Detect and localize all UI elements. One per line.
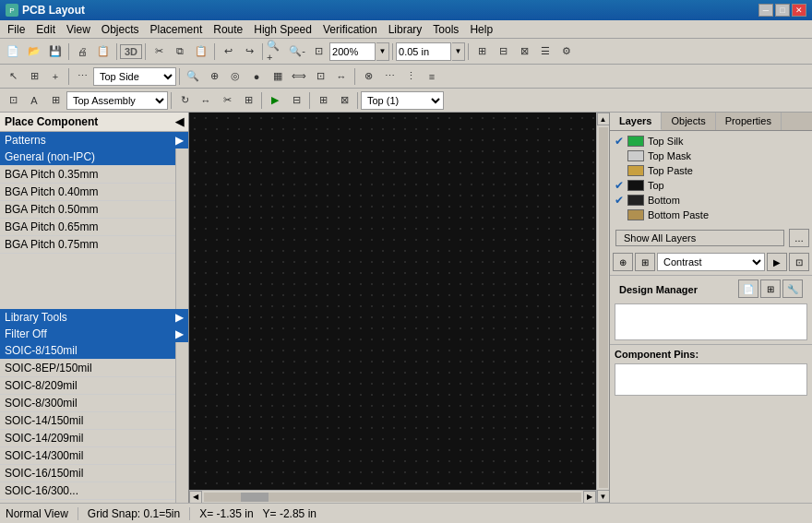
close-button[interactable]: ✕ xyxy=(792,4,806,17)
crosshair-tool[interactable]: + xyxy=(45,66,66,87)
zoom-out-button[interactable]: 🔍- xyxy=(287,42,307,62)
comp-soic8ep-150[interactable]: SOIC-8EP/150mil xyxy=(0,360,175,377)
menu-library[interactable]: Library xyxy=(383,21,428,38)
menu-objects[interactable]: Objects xyxy=(96,21,145,38)
layer-bottom-paste[interactable]: ✔ Bottom Paste xyxy=(613,208,809,222)
list-item-bga050[interactable]: BGA Pitch 0.50mm xyxy=(0,201,175,219)
fab-tool[interactable]: ⊞ xyxy=(45,90,66,111)
zoom-in-button[interactable]: 🔍+ xyxy=(266,42,286,62)
comp-soic14-300[interactable]: SOIC-14/300mil xyxy=(0,447,175,465)
place-tool[interactable]: ⊡ xyxy=(3,90,23,111)
tool-c[interactable]: ◎ xyxy=(225,66,245,87)
dm-icon3[interactable]: 🔧 xyxy=(782,279,803,298)
save-button[interactable]: 💾 xyxy=(45,42,66,62)
comp-soic8-209[interactable]: SOIC-8/209mil xyxy=(0,377,175,395)
tool-d[interactable]: ● xyxy=(246,66,267,87)
menu-file[interactable]: File xyxy=(2,21,30,38)
minimize-button[interactable]: ─ xyxy=(758,4,773,17)
text-tool[interactable]: A xyxy=(24,90,44,111)
layers-icon3[interactable]: ▶ xyxy=(767,253,787,271)
netlist-btn[interactable]: ⊞ xyxy=(313,90,333,111)
menu-edit[interactable]: Edit xyxy=(30,21,61,38)
run-btn[interactable]: ▶ xyxy=(265,90,285,111)
icon2[interactable]: ⊟ xyxy=(493,42,513,62)
layer-select[interactable]: Top Side xyxy=(93,67,176,86)
list-item-bga065[interactable]: BGA Pitch 0.65mm xyxy=(0,219,175,236)
comp-soic16-300[interactable]: SOIC-16/300... xyxy=(0,482,175,500)
menu-view[interactable]: View xyxy=(61,21,96,38)
top-select[interactable]: Top (1) xyxy=(361,91,444,110)
select-tool[interactable]: ↖ xyxy=(3,66,23,87)
icon3[interactable]: ⊠ xyxy=(514,42,534,62)
patterns-section[interactable]: Patterns ▶ xyxy=(0,132,188,149)
tab-objects[interactable]: Objects xyxy=(662,113,715,130)
tool-g[interactable]: ⊡ xyxy=(310,66,330,87)
cut-button[interactable]: ✂ xyxy=(149,42,169,62)
pcb-canvas[interactable] xyxy=(189,113,596,490)
3d-button[interactable]: 3D xyxy=(120,44,142,59)
tool-a[interactable]: 🔍 xyxy=(183,66,203,87)
redo-button[interactable]: ↪ xyxy=(239,42,259,62)
filter-section[interactable]: Filter Off ▶ xyxy=(0,326,188,342)
tab-properties[interactable]: Properties xyxy=(716,113,782,130)
new-button[interactable]: 📄 xyxy=(3,42,23,62)
align-tool[interactable]: ⊞ xyxy=(238,90,258,111)
library-tools-section[interactable]: Library Tools ▶ xyxy=(0,309,188,326)
layer-top[interactable]: ✔ Top xyxy=(613,178,809,193)
layer-top-silk[interactable]: ✔ Top Silk xyxy=(613,134,809,149)
menu-help[interactable]: Help xyxy=(464,21,498,38)
v-scroll-track[interactable] xyxy=(599,127,608,488)
tab-layers[interactable]: Layers xyxy=(610,113,662,130)
tool-i[interactable]: ⊗ xyxy=(358,66,378,87)
assembly-select[interactable]: Top Assembly xyxy=(66,91,168,110)
scroll-down-button[interactable]: ▼ xyxy=(597,490,610,503)
undo-button[interactable]: ↩ xyxy=(218,42,238,62)
dm-icon2[interactable]: ⊞ xyxy=(760,279,781,298)
list-item-general[interactable]: General (non-IPC) xyxy=(0,149,175,166)
list-item-bga035[interactable]: BGA Pitch 0.35mm xyxy=(0,166,175,184)
route-tool[interactable]: ⋯ xyxy=(72,66,92,87)
show-all-layers-button[interactable]: Show All Layers xyxy=(615,230,784,246)
icon1[interactable]: ⊞ xyxy=(472,42,492,62)
list-item-bga040[interactable]: BGA Pitch 0.40mm xyxy=(0,184,175,201)
component-tool[interactable]: ⊞ xyxy=(24,66,44,87)
scroll-right-button[interactable]: ▶ xyxy=(583,491,596,504)
layer-bottom[interactable]: ✔ Bottom xyxy=(613,193,809,208)
paste-button[interactable]: 📋 xyxy=(191,42,211,62)
scroll-left-button[interactable]: ◀ xyxy=(189,491,202,504)
dm-icon1[interactable]: 📄 xyxy=(738,279,758,298)
comp-soic16-150[interactable]: SOIC-16/150mil xyxy=(0,465,175,482)
h-scroll-thumb[interactable] xyxy=(241,493,269,502)
contrast-select[interactable]: Contrast xyxy=(657,253,765,271)
pdf-button[interactable]: 📋 xyxy=(93,42,113,62)
menu-placement[interactable]: Placement xyxy=(145,21,209,38)
comp-soic14-209[interactable]: SOIC-14/209mil xyxy=(0,430,175,447)
settings-button[interactable]: ⚙ xyxy=(556,42,577,62)
mirror-tool[interactable]: ↔ xyxy=(196,90,216,111)
tool-k[interactable]: ⋮ xyxy=(400,66,421,87)
menu-verification[interactable]: Verification xyxy=(317,21,383,38)
layers-icon4[interactable]: ⊡ xyxy=(789,253,809,271)
unit-dropdown-arrow[interactable]: ▼ xyxy=(452,42,465,61)
patterns-scrollbar[interactable] xyxy=(175,149,188,309)
zoom-dropdown-arrow[interactable]: ▼ xyxy=(376,42,389,61)
layers-icon1[interactable]: ⊕ xyxy=(613,253,633,271)
tool-f[interactable]: ⟺ xyxy=(289,66,309,87)
comp-soic8-150[interactable]: SOIC-8/150mil xyxy=(0,342,175,360)
print-button[interactable]: 🖨 xyxy=(72,42,92,62)
zoom-fit-button[interactable]: ⊡ xyxy=(308,42,328,62)
menu-highspeed[interactable]: High Speed xyxy=(248,21,317,38)
tool-b[interactable]: ⊕ xyxy=(204,66,224,87)
tool-h[interactable]: ↔ xyxy=(331,66,352,87)
fab2-tool[interactable]: ⊟ xyxy=(286,90,306,111)
zoom-input[interactable] xyxy=(329,42,376,61)
layer-top-paste[interactable]: ✔ Top Paste xyxy=(613,163,809,178)
scissor-tool[interactable]: ✂ xyxy=(217,90,237,111)
unit-input[interactable] xyxy=(396,42,451,61)
layers-extra-button[interactable]: … xyxy=(789,229,809,247)
menu-tools[interactable]: Tools xyxy=(427,21,464,38)
layer-top-mask[interactable]: ✔ Top Mask xyxy=(613,149,809,163)
maximize-button[interactable]: □ xyxy=(775,4,790,17)
components-scrollbar[interactable] xyxy=(175,342,188,503)
icon4[interactable]: ☰ xyxy=(535,42,555,62)
